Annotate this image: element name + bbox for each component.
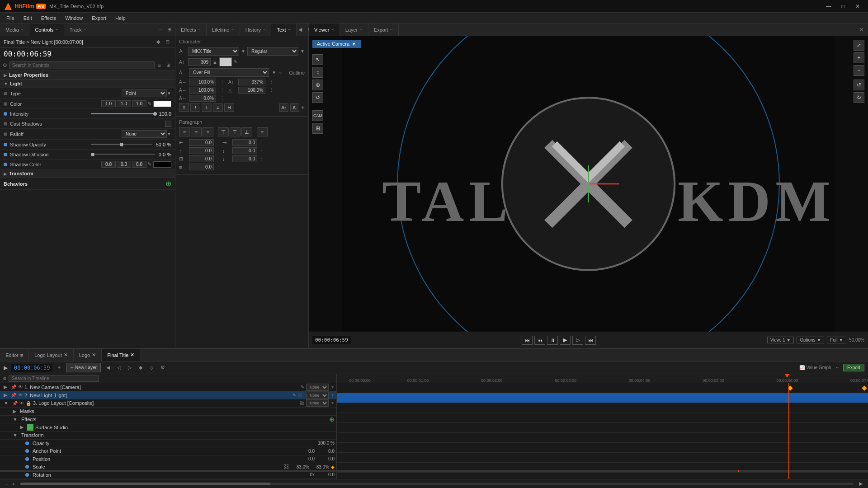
baseline-h-input[interactable]: [189, 87, 216, 94]
track-camera-blend[interactable]: None: [306, 384, 329, 391]
underline-btn[interactable]: T: [202, 103, 212, 112]
tl-scroll-thumb[interactable]: [20, 483, 270, 485]
scale-keyframe-icon[interactable]: ◆: [331, 465, 335, 469]
indent-right-input[interactable]: [232, 139, 257, 146]
options-select[interactable]: Options ▼: [797, 337, 824, 343]
tab-lifetime[interactable]: Lifetime≡: [207, 23, 240, 36]
tl-keyframe-add[interactable]: ◆: [137, 364, 144, 371]
play-btn[interactable]: ▶: [560, 336, 571, 345]
line-spacing-input[interactable]: [232, 147, 257, 154]
align-right-btn[interactable]: ≡: [203, 127, 213, 136]
transform-header[interactable]: ▶ Transform: [0, 169, 175, 178]
rotate-right-btn[interactable]: ↻: [854, 92, 864, 103]
strikethrough-btn[interactable]: T: [213, 103, 223, 112]
font-size-input[interactable]: [188, 58, 211, 66]
track-logo-blend[interactable]: None: [306, 399, 329, 407]
play-all-btn[interactable]: ▷: [572, 336, 583, 345]
tab-text[interactable]: Text≡: [271, 23, 297, 36]
menu-file[interactable]: File: [2, 14, 19, 22]
intensity-slider[interactable]: [91, 113, 156, 114]
tl-snap-btn[interactable]: ⌖: [56, 364, 62, 371]
go-to-end-btn[interactable]: ⏭: [585, 336, 596, 345]
falloff-dropdown[interactable]: NoneLinearCubic: [122, 130, 167, 138]
menu-edit[interactable]: Edit: [19, 14, 37, 22]
track-camera-pin[interactable]: 📌: [11, 385, 16, 389]
tab-export[interactable]: Export ≡: [368, 23, 399, 36]
light-section-header[interactable]: ▼ Light: [0, 80, 175, 88]
effects-add-icon[interactable]: ⊕: [329, 416, 335, 423]
new-layer-button[interactable]: + New Layer: [66, 363, 100, 372]
shadow-pen-icon[interactable]: ✎: [147, 161, 151, 167]
crop-btn[interactable]: ⊞: [312, 123, 323, 134]
masks-expand[interactable]: ▶: [11, 408, 18, 415]
close-button[interactable]: ✕: [851, 2, 864, 11]
zoom-tl-in[interactable]: +: [10, 480, 16, 488]
align-top-btn[interactable]: ⊤: [218, 127, 229, 136]
behaviors-add-button[interactable]: ⊕: [165, 179, 171, 188]
type-dropdown[interactable]: PointDirectionalSpot: [122, 89, 167, 97]
tl-export-button[interactable]: Export: [843, 364, 864, 371]
color-r-input[interactable]: [101, 100, 116, 107]
controls-search-input[interactable]: [9, 61, 155, 69]
minimize-button[interactable]: —: [822, 2, 835, 11]
zoom-tl-out[interactable]: −: [4, 480, 10, 488]
tl-keyframe-next[interactable]: ▷: [126, 364, 133, 371]
maximize-button[interactable]: □: [836, 2, 850, 11]
shadow-color-swatch[interactable]: [153, 161, 171, 168]
fill-type-select[interactable]: Over Fill: [189, 68, 269, 77]
track-light-edit-icon[interactable]: ✎: [292, 393, 296, 398]
font-style-select[interactable]: Regular: [247, 47, 298, 56]
align-justify-btn[interactable]: ≡: [257, 127, 268, 136]
track-camera-edit-icon[interactable]: ✎: [301, 385, 304, 389]
scale-h-input[interactable]: [189, 79, 216, 85]
tl-keyframe-del[interactable]: ◇: [148, 364, 155, 371]
value-graph-btn[interactable]: 📈 Value Graph: [799, 365, 831, 370]
plus-format-icon[interactable]: +: [301, 104, 305, 111]
shadow-color-g[interactable]: [117, 161, 131, 168]
color-pen-icon[interactable]: ✎: [147, 101, 151, 107]
tl-tab-final-title[interactable]: Final Title ✕: [102, 349, 140, 361]
tl-tab-logo-layout[interactable]: Logo Layout ✕: [29, 349, 74, 361]
track-light-pin[interactable]: 📌: [11, 393, 16, 398]
pause-btn[interactable]: ⏸: [547, 336, 558, 345]
color-g-input[interactable]: [117, 100, 131, 107]
type-expand-icon[interactable]: ▼: [167, 91, 171, 96]
subscript-btn[interactable]: A-: [290, 103, 299, 112]
track-camera-expand[interactable]: ▶: [2, 383, 9, 391]
superscript-btn[interactable]: A+: [279, 103, 288, 112]
align-left-btn[interactable]: ≡: [179, 127, 190, 136]
tl-scroll-bar[interactable]: [20, 483, 854, 485]
shadow-diffusion-slider[interactable]: [91, 154, 155, 155]
orbit-tool-btn[interactable]: ↺: [312, 92, 323, 103]
view-select[interactable]: View: 1 ▼: [767, 337, 794, 343]
tl-logo-close[interactable]: ✕: [92, 352, 96, 358]
allcaps-btn[interactable]: H: [224, 103, 234, 112]
arrow-tool-btn[interactable]: ↖: [312, 54, 323, 65]
align-middle-btn[interactable]: ⊤: [230, 127, 241, 136]
fontsize-up-btn[interactable]: ▲: [212, 59, 217, 65]
bold-btn[interactable]: T: [179, 103, 189, 112]
tl-keyframe-prev[interactable]: ◁: [115, 364, 123, 371]
set-in-button[interactable]: ◆: [155, 38, 162, 46]
shadow-color-r[interactable]: [101, 161, 116, 168]
track-light-vis[interactable]: 👁: [18, 393, 23, 398]
track-logo-vis[interactable]: 👁: [19, 401, 24, 406]
grid-view-btn[interactable]: ⊞: [165, 61, 172, 69]
tl-scroll-right[interactable]: ▶: [857, 480, 864, 488]
align-center-btn[interactable]: ≡: [191, 127, 202, 136]
tl-keyframe-opt[interactable]: ⚙: [159, 364, 167, 371]
menu-window[interactable]: Window: [61, 14, 87, 22]
panel-menu-button[interactable]: ⊟: [164, 38, 171, 46]
step-back-btn[interactable]: ⏮: [534, 336, 545, 345]
tl-logo-layout-close[interactable]: ✕: [64, 352, 68, 358]
tab-layer[interactable]: Layer ≡: [340, 23, 368, 36]
tab-track[interactable]: Track ≡: [64, 23, 93, 36]
layer-properties-header[interactable]: ▶ Layer Properties: [0, 71, 175, 80]
effects-expand[interactable]: ▼: [11, 416, 19, 423]
scale-v-input[interactable]: [238, 79, 265, 85]
zoom-in-btn[interactable]: +: [854, 52, 864, 63]
track-light-expand[interactable]: ▶: [2, 391, 9, 399]
text-color-swatch[interactable]: [219, 57, 232, 66]
align-bottom-btn[interactable]: ⊥: [241, 127, 252, 136]
tab-input[interactable]: [189, 155, 214, 162]
